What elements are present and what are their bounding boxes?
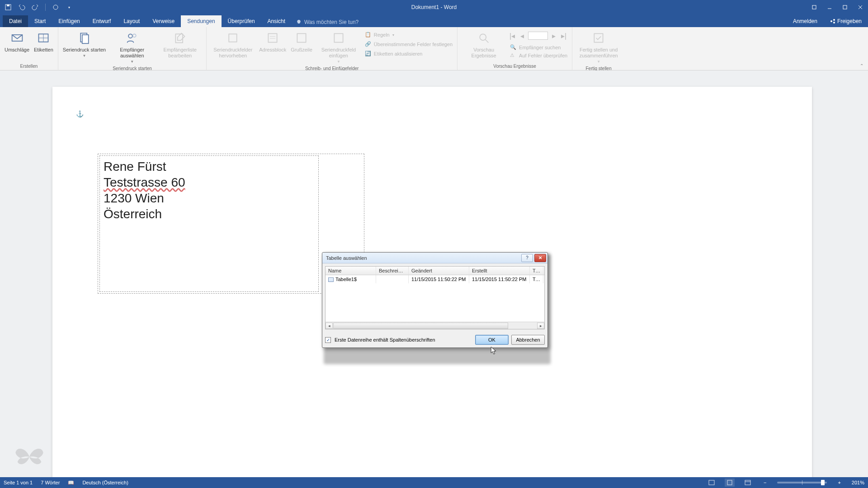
- tab-references[interactable]: Verweise: [146, 15, 181, 27]
- view-print-button[interactable]: [725, 479, 735, 487]
- svg-rect-16: [82, 35, 88, 43]
- labels-button[interactable]: Etiketten: [32, 29, 55, 54]
- address-block-label: Adressblock: [259, 47, 286, 53]
- finish-merge-label: Fertig stellen und zusammenführen: [577, 47, 620, 59]
- col-type[interactable]: Typ: [530, 267, 543, 275]
- tab-mailings[interactable]: Sendungen: [181, 15, 221, 27]
- tab-file[interactable]: Datei: [3, 15, 28, 27]
- save-icon[interactable]: [5, 4, 12, 11]
- select-recipients-button[interactable]: Empfänger auswählen▼: [108, 29, 156, 65]
- status-page[interactable]: Seite 1 von 1: [4, 480, 33, 485]
- rules-button[interactable]: 📋Regeln ▾: [363, 31, 454, 39]
- group-create-label: Erstellen: [3, 63, 55, 70]
- maximize-button[interactable]: [837, 0, 853, 14]
- envelopes-button[interactable]: Umschläge: [3, 29, 31, 54]
- ribbon-options-button[interactable]: [807, 0, 822, 14]
- previous-record-button[interactable]: ◂: [518, 32, 526, 40]
- finish-merge-button[interactable]: Fertig stellen und zusammenführen▼: [575, 29, 622, 65]
- zoom-in-button[interactable]: +: [835, 480, 843, 485]
- tab-view[interactable]: Ansicht: [261, 15, 292, 27]
- window-title: Dokument1 - Word: [411, 4, 457, 10]
- col-cre[interactable]: Erstellt: [469, 267, 530, 275]
- address-block-button[interactable]: Adressblock: [257, 29, 288, 54]
- svg-rect-20: [229, 34, 237, 42]
- match-fields-label: Übereinstimmende Felder festlegen: [374, 42, 453, 47]
- table-row[interactable]: Tabelle1$ 11/15/2015 11:50:22 PM 11/15/2…: [326, 275, 544, 283]
- view-read-button[interactable]: [707, 479, 717, 487]
- table-list-header[interactable]: Name Beschreibung Geändert Erstellt Typ: [326, 267, 544, 275]
- table-list[interactable]: Name Beschreibung Geändert Erstellt Typ …: [325, 266, 545, 329]
- first-record-button[interactable]: |◂: [508, 32, 516, 40]
- col-mod[interactable]: Geändert: [409, 267, 469, 275]
- zoom-out-button[interactable]: −: [761, 480, 769, 485]
- tab-start[interactable]: Start: [28, 15, 52, 27]
- cancel-button[interactable]: Abbrechen: [511, 335, 545, 345]
- svg-point-9: [833, 19, 835, 21]
- first-row-headers-checkbox[interactable]: ✓: [325, 337, 331, 343]
- match-fields-button[interactable]: 🔗Übereinstimmende Felder festlegen: [363, 40, 454, 48]
- start-merge-button[interactable]: Seriendruck starten▼: [61, 29, 108, 59]
- update-labels-button[interactable]: 🔄Etiketten aktualisieren: [363, 50, 454, 58]
- share-label: Freigeben: [837, 18, 862, 24]
- share-button[interactable]: Freigeben: [824, 15, 868, 27]
- signin-link[interactable]: Anmelden: [787, 15, 824, 27]
- edit-recipients-button[interactable]: Empfängerliste bearbeiten: [156, 29, 203, 60]
- address-line-1: Rene Fürst: [104, 159, 315, 174]
- status-words[interactable]: 7 Wörter: [41, 480, 60, 485]
- insert-merge-field-button[interactable]: Seriendruckfeld einfügen▼: [315, 29, 362, 65]
- qat-customize-icon[interactable]: ▾: [66, 4, 73, 11]
- undo-icon[interactable]: [18, 4, 25, 11]
- col-desc[interactable]: Beschreibung: [376, 267, 409, 275]
- edit-list-icon: [173, 31, 187, 45]
- document-area[interactable]: ⚓ Rene Fürst Teststrasse 60 1230 Wien Ös…: [0, 70, 868, 477]
- col-name[interactable]: Name: [326, 267, 376, 275]
- horizontal-scrollbar[interactable]: ◂ ▸: [326, 322, 544, 329]
- row-desc: [376, 275, 409, 283]
- tab-insert[interactable]: Einfügen: [52, 15, 86, 27]
- record-number-input[interactable]: [528, 32, 548, 40]
- dialog-titlebar[interactable]: Tabelle auswählen ? ✕: [322, 253, 547, 263]
- last-record-button[interactable]: ▸|: [560, 32, 568, 40]
- insert-field-icon: [331, 31, 346, 45]
- label-icon: [36, 31, 51, 45]
- scroll-thumb[interactable]: [333, 323, 508, 329]
- group-finish: Fertig stellen und zusammenführen▼ Ferti…: [572, 27, 625, 70]
- zoom-slider[interactable]: [777, 482, 827, 483]
- group-start-merge: Seriendruck starten▼ Empfänger auswählen…: [58, 27, 207, 70]
- find-recipient-button[interactable]: 🔍Empfänger suchen: [508, 43, 562, 52]
- status-lang[interactable]: Deutsch (Österreich): [82, 480, 128, 485]
- tab-layout[interactable]: Layout: [117, 15, 146, 27]
- status-bar: Seite 1 von 1 7 Wörter 📖 Deutsch (Österr…: [0, 477, 868, 488]
- zoom-level[interactable]: 201%: [852, 480, 864, 485]
- svg-line-27: [486, 40, 489, 43]
- check-errors-button[interactable]: ⚠Auf Fehler überprüfen: [508, 52, 569, 60]
- dialog-help-button[interactable]: ?: [521, 254, 533, 262]
- dialog-close-button[interactable]: ✕: [534, 254, 546, 262]
- svg-point-10: [833, 22, 835, 23]
- next-record-button[interactable]: ▸: [550, 32, 558, 40]
- highlight-fields-button[interactable]: Seriendruckfelder hervorheben: [209, 29, 256, 60]
- scroll-left-button[interactable]: ◂: [326, 323, 333, 329]
- match-icon: 🔗: [365, 41, 371, 47]
- ok-button[interactable]: OK: [475, 335, 509, 345]
- touch-mode-icon[interactable]: [52, 4, 59, 11]
- status-spell-icon[interactable]: 📖: [68, 480, 74, 486]
- share-icon: [830, 19, 835, 24]
- tell-me-search[interactable]: Was möchten Sie tun?: [292, 17, 363, 27]
- collapse-ribbon-button[interactable]: ⌃: [860, 63, 863, 68]
- view-web-button[interactable]: [743, 479, 753, 487]
- tab-review[interactable]: Überprüfen: [222, 15, 261, 27]
- minimize-button[interactable]: [822, 0, 837, 14]
- svg-rect-30: [727, 480, 732, 485]
- lightbulb-icon: [296, 19, 302, 25]
- close-button[interactable]: [853, 0, 868, 14]
- scroll-right-button[interactable]: ▸: [537, 323, 544, 329]
- address-line-2: Teststrasse 60: [104, 174, 315, 190]
- scroll-track[interactable]: [333, 323, 537, 329]
- redo-icon[interactable]: [32, 4, 39, 11]
- first-row-headers-label[interactable]: Erste Datenreihe enthält Spaltenüberschr…: [335, 337, 435, 343]
- greeting-line-button[interactable]: Grußzeile: [289, 29, 314, 54]
- tab-design[interactable]: Entwurf: [86, 15, 118, 27]
- address-icon: [265, 31, 280, 45]
- preview-results-button[interactable]: Vorschau Ergebnisse: [460, 29, 507, 60]
